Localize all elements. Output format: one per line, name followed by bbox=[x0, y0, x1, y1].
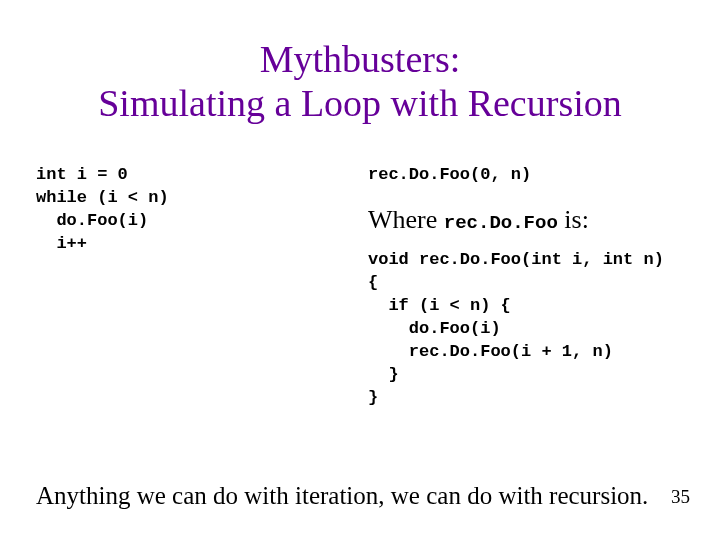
slide-title: Mythbusters: Simulating a Loop with Recu… bbox=[0, 38, 720, 125]
iterative-code-block: int i = 0 while (i < n) do.Foo(i) i++ bbox=[36, 164, 360, 256]
title-line-2: Simulating a Loop with Recursion bbox=[98, 82, 622, 124]
recursive-def-code: void rec.Do.Foo(int i, int n) { if (i < … bbox=[368, 249, 684, 410]
where-line: Where rec.Do.Foo is: bbox=[368, 205, 684, 235]
where-prefix: Where bbox=[368, 205, 444, 234]
page-number: 35 bbox=[671, 486, 690, 508]
right-column: rec.Do.Foo(0, n) Where rec.Do.Foo is: vo… bbox=[360, 164, 684, 410]
slide: Mythbusters: Simulating a Loop with Recu… bbox=[0, 0, 720, 540]
where-suffix: is: bbox=[558, 205, 589, 234]
where-code: rec.Do.Foo bbox=[444, 212, 558, 234]
bottom-statement: Anything we can do with iteration, we ca… bbox=[36, 482, 648, 510]
title-line-1: Mythbusters: bbox=[260, 38, 461, 80]
content-columns: int i = 0 while (i < n) do.Foo(i) i++ re… bbox=[36, 164, 684, 410]
recursive-call-code: rec.Do.Foo(0, n) bbox=[368, 164, 684, 187]
left-column: int i = 0 while (i < n) do.Foo(i) i++ bbox=[36, 164, 360, 410]
